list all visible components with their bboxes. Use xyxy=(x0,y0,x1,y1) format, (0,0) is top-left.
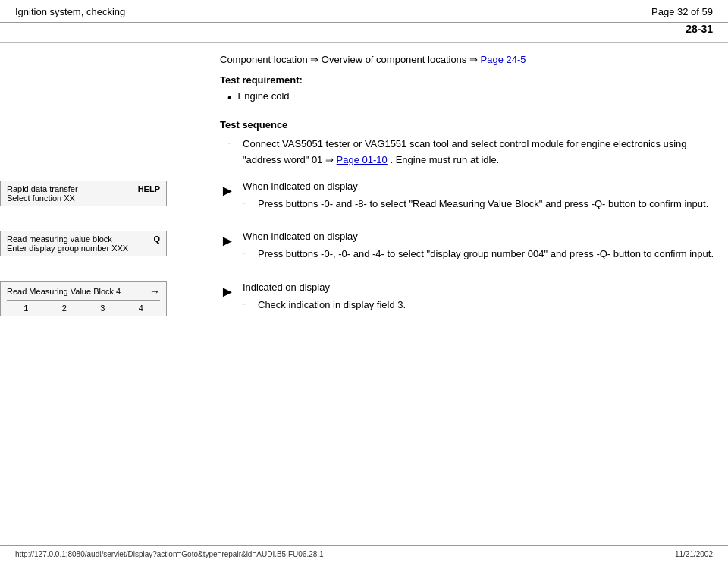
rapid-data-label: Rapid data transfer xyxy=(7,184,78,193)
field-4: 4 xyxy=(139,304,143,313)
instruction-dash-1: - xyxy=(243,197,258,208)
arrow-icon-1: ► xyxy=(220,182,235,200)
section-left-1: Rapid data transfer HELP Select function… xyxy=(0,181,212,209)
section-arrow-1: ► xyxy=(212,181,243,200)
section-left-2: Read measuring value block Q Enter displ… xyxy=(0,231,212,259)
arrow-icon-3: ► xyxy=(220,283,235,300)
display-block-box: Read Measuring Value Block 4 → 1 2 3 4 xyxy=(0,282,167,316)
rapid-data-transfer-box: Rapid data transfer HELP Select function… xyxy=(0,181,167,206)
section-row-1: Rapid data transfer HELP Select function… xyxy=(0,181,728,215)
instruction-text-1: Press buttons -0- and -8- to select "Rea… xyxy=(258,197,708,212)
field-2: 2 xyxy=(62,304,67,313)
enter-group-label: Enter display group number XXX xyxy=(7,244,160,253)
page-01-10-link[interactable]: Page 01-10 xyxy=(337,154,388,165)
section-right-1: When indicated on display - Press button… xyxy=(243,181,728,215)
page-number: Page 32 of 59 xyxy=(651,6,713,17)
select-function-label: Select function XX xyxy=(7,193,160,203)
read-measuring-key: Q xyxy=(153,234,160,244)
instruction-item-2: - Press buttons -0-, -0- and -4- to sele… xyxy=(243,247,728,262)
bullet-dot: • xyxy=(228,90,232,105)
block-arrow-icon: → xyxy=(149,285,160,297)
rapid-data-key: HELP xyxy=(138,184,160,193)
page-footer: http://127.0.0.1:8080/audi/servlet/Displ… xyxy=(0,545,728,563)
page-title: Ignition system, checking xyxy=(15,6,125,17)
section-arrow-3: ► xyxy=(212,282,243,300)
instruction-dash-3: - xyxy=(243,297,258,309)
field-3: 3 xyxy=(100,304,105,313)
engine-cold-text: Engine cold xyxy=(238,90,290,102)
page-24-5-link[interactable]: Page 24-5 xyxy=(481,54,526,65)
instruction-dash-2: - xyxy=(243,247,258,258)
sections-container: Rapid data transfer HELP Select function… xyxy=(0,181,728,333)
field-1: 1 xyxy=(24,304,28,313)
instruction-text-3: Check indication in display field 3. xyxy=(258,297,406,313)
section-left-3: Read Measuring Value Block 4 → 1 2 3 4 xyxy=(0,282,212,319)
section-number: 28-31 xyxy=(0,23,728,35)
component-location-text: Component location ⇒ Overview of compone… xyxy=(220,52,728,68)
indicated-label: Indicated on display xyxy=(243,282,728,293)
when-indicated-1: When indicated on display xyxy=(243,181,728,192)
section-arrow-2: ► xyxy=(212,231,243,250)
instruction-item-3: - Check indication in display field 3. xyxy=(243,297,728,313)
when-indicated-2: When indicated on display xyxy=(243,231,728,242)
section-right-3: Indicated on display - Check indication … xyxy=(243,282,728,316)
connect-text: Connect VAS5051 tester or VAG1551 scan t… xyxy=(243,137,728,168)
engine-cold-bullet: • Engine cold xyxy=(228,90,728,105)
section-row-2: Read measuring value block Q Enter displ… xyxy=(0,231,728,265)
connect-instruction: - Connect VAS5051 tester or VAG1551 scan… xyxy=(228,137,728,168)
read-measuring-box: Read measuring value block Q Enter displ… xyxy=(0,231,167,256)
footer-date: 11/21/2002 xyxy=(675,550,713,558)
intro-section: Component location ⇒ Overview of compone… xyxy=(0,52,728,168)
instruction-text-2: Press buttons -0-, -0- and -4- to select… xyxy=(258,247,714,262)
instruction-item-1: - Press buttons -0- and -8- to select "R… xyxy=(243,197,728,212)
page-header: Ignition system, checking Page 32 of 59 xyxy=(0,0,728,23)
section-right-2: When indicated on display - Press button… xyxy=(243,231,728,265)
test-requirement-label: Test requirement: xyxy=(220,74,728,86)
footer-url: http://127.0.0.1:8080/audi/servlet/Displ… xyxy=(15,550,324,558)
arrow-icon-2: ► xyxy=(220,232,235,250)
block-title: Read Measuring Value Block 4 xyxy=(7,287,121,296)
section-row-3: Read Measuring Value Block 4 → 1 2 3 4 ►… xyxy=(0,282,728,319)
connect-dash: - xyxy=(228,137,243,148)
test-sequence-label: Test sequence xyxy=(220,119,728,131)
read-measuring-label: Read measuring value block xyxy=(7,234,112,244)
